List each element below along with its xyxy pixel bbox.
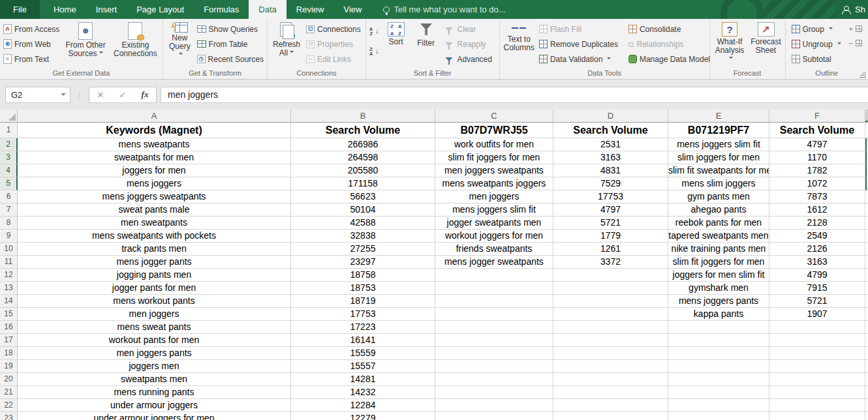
cell-C17[interactable] [435,334,553,347]
relationships-button[interactable]: ⧉ Relationships [627,37,712,52]
cell-E9[interactable]: tapered sweatpants men [668,230,769,243]
cell-B3[interactable]: 264598 [291,151,435,164]
cell-C14[interactable] [435,295,553,308]
cell-F6[interactable]: 7873 [769,190,865,203]
name-box-dropdown-icon[interactable] [57,87,70,102]
recent-sources-button[interactable]: ◷ Recent Sources [195,52,266,67]
cell-B4[interactable]: 205580 [291,164,435,177]
cell-C4[interactable]: men joggers sweatpants [435,164,553,177]
column-header-B[interactable]: B [291,110,435,122]
cell-G11[interactable] [865,256,868,269]
what-if-analysis-button[interactable]: ? What-If Analysis [711,21,749,63]
cell-A4[interactable]: joggers for men [18,164,291,177]
row-header-5[interactable]: 5 [0,177,18,190]
cell-D13[interactable] [553,282,668,295]
cell-C18[interactable] [435,347,553,360]
from-table-button[interactable]: From Table [195,37,266,52]
cell-D8[interactable]: 5721 [553,217,668,230]
insert-function-button[interactable]: fx [134,89,156,100]
cell-E4[interactable]: slim fit sweatpants for men [668,164,769,177]
row-header-11[interactable]: 11 [0,256,18,269]
cell-C9[interactable]: workout joggers for men [435,230,553,243]
cell-A6[interactable]: mens joggers sweatpants [18,190,291,203]
tell-me-box[interactable]: Tell me what you want to do... [383,0,505,19]
show-detail-button[interactable]: + [847,23,864,34]
cell-A11[interactable]: mens jogger pants [18,256,291,269]
cell-A5[interactable]: mens joggers [18,177,291,190]
row-header-6[interactable]: 6 [0,190,18,203]
cell-D19[interactable] [553,360,668,373]
cell-F10[interactable]: 2126 [769,243,865,256]
cell-E21[interactable] [668,386,769,399]
column-header-E[interactable]: E [668,110,769,122]
cell-G17[interactable] [865,334,868,347]
cell-D5[interactable]: 7529 [553,177,668,190]
enter-button[interactable]: ✓ [112,90,134,100]
cell-B5[interactable]: 171158 [291,177,435,190]
cell-F12[interactable]: 4799 [769,269,865,282]
forecast-sheet-button[interactable]: ↗ Forecast Sheet [749,21,784,55]
cell-G13[interactable] [865,282,868,295]
show-queries-button[interactable]: Show Queries [195,22,266,37]
cell-E7[interactable]: ahegao pants [668,203,769,217]
reapply-filter-button[interactable]: Reapply [441,37,494,52]
cell-C7[interactable]: mens joggers slim fit [435,203,553,217]
cell-A18[interactable]: men joggers pants [18,347,291,360]
group-button[interactable]: Group [790,22,843,37]
cell-F16[interactable] [769,321,865,334]
cell-B16[interactable]: 17223 [291,321,435,334]
cell-A8[interactable]: men sweatpants [18,217,291,230]
connections-button[interactable]: ⊡ Connections [304,22,363,37]
cell-C5[interactable]: mens sweatpants joggers [435,177,553,190]
row-header-9[interactable]: 9 [0,230,18,243]
cell-E10[interactable]: nike training pants men [668,243,769,256]
cell-A7[interactable]: sweat pants male [18,203,291,217]
cell-A22[interactable]: under armour joggers [18,399,291,412]
cell-D9[interactable]: 1779 [553,230,668,243]
cell-D3[interactable]: 3163 [553,151,668,164]
cell-B15[interactable]: 17753 [291,308,435,321]
cell-B2[interactable]: 266986 [291,138,435,151]
cell-E23[interactable] [668,412,769,420]
row-header-21[interactable]: 21 [0,386,18,399]
cell-E5[interactable]: mens slim joggers [668,177,769,190]
cell-C20[interactable] [435,373,553,386]
text-to-columns-button[interactable]: Text to Columns [501,21,537,52]
cell-G18[interactable] [865,347,868,360]
cell-A20[interactable]: sweatpants men [18,373,291,386]
row-header-1[interactable]: 1 [0,123,18,138]
cell-D18[interactable] [553,347,668,360]
cell-A14[interactable]: mens workout pants [18,295,291,308]
cell-D1[interactable]: Search Volume [553,123,668,138]
cell-D17[interactable] [553,334,668,347]
row-header-12[interactable]: 12 [0,269,18,282]
row-header-16[interactable]: 16 [0,321,18,334]
cell-E22[interactable] [668,399,769,412]
cell-D14[interactable] [553,295,668,308]
cell-B1[interactable]: Search Volume [291,123,435,138]
cell-E2[interactable]: mens joggers slim fit [668,138,769,151]
cell-B18[interactable]: 15559 [291,347,435,360]
cell-D21[interactable] [553,386,668,399]
cell-C6[interactable]: men joggers [435,190,553,203]
cell-B11[interactable]: 23297 [291,256,435,269]
cell-C22[interactable] [435,399,553,412]
cell-G2[interactable] [865,138,868,151]
cell-G19[interactable] [865,360,868,373]
cell-F22[interactable] [769,399,865,412]
hide-detail-button[interactable]: − [847,38,864,48]
cell-D12[interactable] [553,269,668,282]
cell-C3[interactable]: slim fit joggers for men [435,151,553,164]
cell-D11[interactable]: 3372 [553,256,668,269]
cell-G22[interactable] [865,399,868,412]
cell-C19[interactable] [435,360,553,373]
cell-D22[interactable] [553,399,668,412]
cell-A13[interactable]: jogger pants for men [18,282,291,295]
advanced-filter-button[interactable]: Advanced [441,52,494,67]
cell-B10[interactable]: 27255 [291,243,435,256]
consolidate-button[interactable]: Consolidate [627,22,712,37]
cell-G15[interactable] [865,308,868,321]
column-header-D[interactable]: D [553,110,668,122]
cell-F19[interactable] [769,360,865,373]
cell-D16[interactable] [553,321,668,334]
